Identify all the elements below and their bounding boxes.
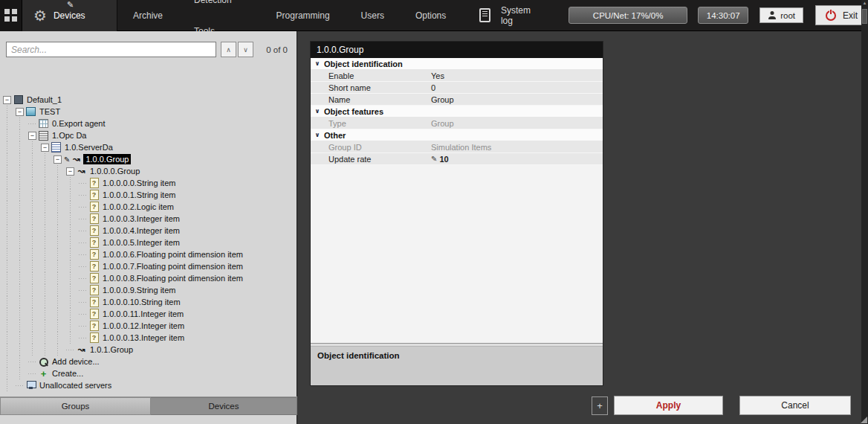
tree-connector: [79, 272, 89, 284]
tab-users[interactable]: Users: [346, 0, 400, 31]
property-row[interactable]: Short name0: [311, 82, 603, 94]
tree-guide-line: [16, 237, 28, 248]
tree-guide-line: [28, 284, 41, 296]
clock-button[interactable]: 14:30:07: [698, 7, 748, 24]
tree-item[interactable]: 1.0.0.0.11.Integer item: [3, 308, 295, 320]
tree-connector: [79, 213, 89, 225]
tree-item-label: 1.0.0.0.0.String item: [101, 179, 177, 187]
tree-item[interactable]: −1.0.ServerDa: [3, 141, 295, 153]
tree-item[interactable]: 1.0.0.0.2.Logic item: [3, 201, 295, 213]
chevron-down-icon[interactable]: ∨: [311, 108, 324, 115]
tree-collapse-box[interactable]: −: [41, 144, 49, 152]
tree-guide-line: [3, 260, 16, 272]
tree-guide-line: [66, 201, 79, 213]
clock-label: 14:30:07: [707, 11, 740, 20]
tab-devices-bottom[interactable]: Devices: [151, 397, 297, 415]
tree-item[interactable]: 1.0.1.Group: [3, 344, 295, 356]
tree-item-label: 1.0.0.0.12.Integer item: [101, 321, 186, 330]
section-header[interactable]: ∨Object identification: [311, 58, 603, 70]
property-value[interactable]: Yes: [431, 71, 603, 80]
tree-item[interactable]: −1.0.0.0.Group: [3, 165, 295, 177]
tree-item[interactable]: −TEST: [3, 106, 295, 118]
tree-item[interactable]: 1.0.0.0.1.String item: [3, 189, 295, 201]
apps-menu-button[interactable]: [0, 0, 22, 31]
system-log-button[interactable]: System log: [479, 5, 543, 26]
section-header[interactable]: ∨Other: [311, 129, 603, 141]
scroll-up-icon[interactable]: ▲: [861, 1, 868, 5]
property-row[interactable]: Update rate✎10: [311, 153, 603, 165]
tree-item[interactable]: Unallocated servers: [3, 379, 295, 391]
tree-connector: [79, 320, 89, 332]
search-prev-button[interactable]: ∧: [221, 42, 236, 57]
vertical-scrollbar[interactable]: ▲: [861, 0, 868, 424]
property-row[interactable]: NameGroup: [311, 94, 603, 106]
tree-item[interactable]: 1.0.0.0.7.Floating point dimension item: [3, 260, 295, 272]
cpu-net-button[interactable]: CPU/Net: 17%/0%: [569, 7, 687, 24]
property-value[interactable]: ✎10: [431, 155, 603, 164]
tab-groups[interactable]: Groups: [0, 397, 151, 415]
search-input[interactable]: [6, 42, 216, 57]
tree-item[interactable]: −✎1.0.0.Group: [3, 153, 295, 165]
tree-guide-line: [16, 272, 28, 284]
tab-archive[interactable]: Archive: [117, 0, 178, 31]
property-value[interactable]: Group: [431, 95, 603, 104]
tree-item-label: 1.0.0.0.2.Logic item: [101, 202, 175, 211]
tree-item[interactable]: 0.Export agent: [3, 118, 295, 129]
tab-devices-active[interactable]: ⚙ ✎ Devices: [22, 0, 117, 31]
section-header[interactable]: ∨Object features: [311, 106, 603, 118]
tab-programming[interactable]: Programming: [261, 0, 346, 31]
exit-label: Exit: [843, 10, 858, 21]
tree-guide-line: [3, 367, 16, 379]
tree-guide-line: [28, 225, 41, 237]
tree-item[interactable]: 1.0.0.0.3.Integer item: [3, 213, 295, 225]
property-value[interactable]: 0: [431, 83, 603, 92]
tree-item[interactable]: 1.0.0.0.0.String item: [3, 177, 295, 189]
tree-collapse-box[interactable]: −: [54, 155, 62, 164]
tree-item[interactable]: 1.0.0.0.9.String item: [3, 284, 295, 296]
tree-item[interactable]: 1.0.0.0.12.Integer item: [3, 320, 295, 332]
property-row[interactable]: TypeGroup: [311, 118, 603, 129]
tree-item[interactable]: −1.Opc Da: [3, 129, 295, 141]
tree-guide-line: [66, 248, 79, 260]
tree-guide-line: [54, 225, 66, 237]
tree-connector: [28, 356, 39, 367]
property-row[interactable]: EnableYes: [311, 70, 603, 82]
tree-guide-line: [54, 165, 66, 177]
tree-item[interactable]: 1.0.0.0.4.Integer item: [3, 225, 295, 237]
chevron-down-icon[interactable]: ∨: [311, 132, 324, 138]
tree-item[interactable]: 1.0.0.0.8.Floating point dimension item: [3, 272, 295, 284]
apply-button[interactable]: Apply: [614, 396, 723, 415]
tree-collapse-box[interactable]: −: [3, 96, 11, 104]
scrollbar-thumb[interactable]: [862, 9, 867, 24]
resize-grip[interactable]: [861, 417, 867, 423]
property-row[interactable]: Group IDSimulation Items: [311, 141, 603, 153]
tree-connector: [79, 284, 89, 296]
search-next-button[interactable]: ∨: [238, 42, 253, 57]
exit-button[interactable]: Exit: [815, 5, 868, 25]
cancel-button[interactable]: Cancel: [739, 396, 851, 415]
user-button[interactable]: root: [760, 7, 803, 23]
tree-item[interactable]: Create...: [3, 367, 295, 379]
tree-guide-line: [3, 118, 16, 129]
property-value-text: 10: [439, 155, 448, 164]
tree-guide-line: [3, 379, 16, 391]
tree-item[interactable]: 1.0.0.0.10.String item: [3, 296, 295, 308]
item-icon: [89, 250, 99, 260]
property-value[interactable]: Group: [431, 119, 603, 128]
tree-guide-line: [66, 308, 79, 320]
tree-collapse-box[interactable]: −: [66, 167, 74, 176]
tree-collapse-box[interactable]: −: [16, 108, 24, 116]
tab-options[interactable]: Options: [400, 0, 461, 31]
tree-guide-line: [3, 177, 16, 189]
property-value[interactable]: Simulation Items: [431, 143, 603, 152]
tree-item[interactable]: 1.0.0.0.6.Floating point dimension item: [3, 248, 295, 260]
tree-collapse-box[interactable]: −: [28, 132, 36, 140]
tree-guide-line: [3, 296, 16, 308]
tree-item[interactable]: −Default_1: [3, 94, 295, 106]
tree-guide-line: [28, 320, 41, 332]
tree-item[interactable]: 1.0.0.0.5.Integer item: [3, 237, 295, 248]
tree-item[interactable]: 1.0.0.0.13.Integer item: [3, 332, 295, 344]
chevron-down-icon[interactable]: ∨: [311, 60, 324, 67]
tree-item[interactable]: Add device...: [3, 356, 295, 367]
add-button[interactable]: +: [592, 396, 608, 415]
